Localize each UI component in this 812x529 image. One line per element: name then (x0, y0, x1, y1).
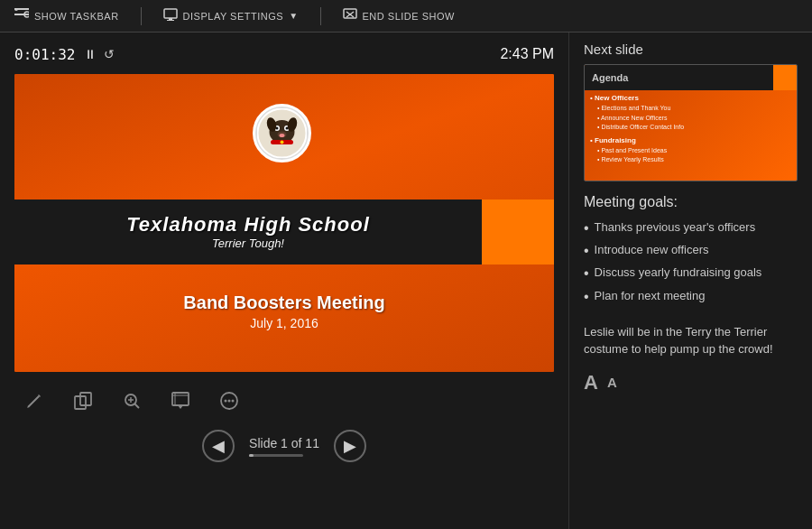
pause-button[interactable]: ⏸ (84, 47, 97, 61)
slide-dark-band: Texlahoma High School Terrier Tough! (14, 200, 482, 265)
thumb-item-5: • Review Yearly Results (597, 155, 791, 165)
bullet-3: • (584, 264, 589, 282)
slide-tools (14, 372, 554, 421)
nav-bar: ◀ Slide 1 of 11 ▶ (14, 421, 554, 473)
slide-bottom-text: Band Boosters Meeting July 1, 2016 (14, 292, 554, 330)
display-settings-label: DISPLAY SETTINGS (183, 11, 284, 22)
timer-left: 0:01:32 ⏸ ↺ (14, 46, 115, 63)
school-name: Texlahoma High School (126, 213, 370, 237)
thumb-section-new-officers: • New Officers (590, 93, 791, 104)
meeting-title: Band Boosters Meeting (14, 292, 554, 313)
thumb-header-text: Agenda (592, 72, 628, 83)
goal-text-4: Plan for next meeting (595, 288, 706, 305)
toolbar: SHOW TASKBAR DISPLAY SETTINGS ▼ END SLID… (0, 0, 812, 32)
right-panel: Next slide Agenda • New Officers • Elect… (568, 32, 812, 529)
display-settings-arrow: ▼ (289, 11, 298, 21)
goal-item-1: • Thanks previous year's officers (584, 219, 798, 237)
pointer-button[interactable] (164, 385, 197, 417)
decrease-font-button[interactable]: A (607, 375, 617, 390)
next-slide-thumbnail[interactable]: Agenda • New Officers • Elections and Th… (584, 64, 798, 181)
thumb-item-4: • Past and Present Ideas (597, 146, 791, 156)
meeting-goals-title: Meeting goals: (584, 194, 798, 210)
thumb-section-fundraising: • Fundraising (590, 135, 791, 146)
svg-line-26 (135, 404, 140, 409)
svg-rect-4 (164, 9, 177, 18)
copy-slides-button[interactable] (67, 385, 99, 417)
end-slide-show-button[interactable]: END SLIDE SHOW (343, 8, 455, 23)
mascot-circle (253, 104, 311, 162)
current-time: 2:43 PM (500, 46, 554, 62)
thumb-item-3: • Distribute Officer Contact Info (597, 123, 791, 133)
bullet-1: • (584, 219, 589, 237)
end-slideshow-icon (343, 8, 357, 23)
reset-button[interactable]: ↺ (104, 47, 115, 61)
goal-text-2: Introduce new officers (595, 242, 709, 259)
elapsed-time: 0:01:32 (14, 46, 75, 63)
thumb-orange-square (773, 65, 797, 90)
timer-controls: ⏸ ↺ (84, 47, 115, 61)
thumb-body: • New Officers • Elections and Thank You… (590, 90, 791, 177)
svg-rect-5 (169, 18, 172, 20)
meeting-date: July 1, 2016 (14, 316, 554, 330)
left-panel: 0:01:32 ⏸ ↺ 2:43 PM (0, 32, 568, 529)
next-slide-label: Next slide (584, 42, 798, 57)
divider-1 (141, 7, 142, 25)
svg-rect-7 (344, 9, 356, 18)
svg-point-17 (280, 134, 285, 137)
svg-point-21 (281, 141, 284, 144)
slide-orange-accent (482, 200, 554, 265)
increase-font-button[interactable]: A (584, 371, 598, 394)
next-slide-button[interactable]: ▶ (334, 430, 366, 462)
goals-list: • Thanks previous year's officers • Intr… (584, 219, 798, 311)
show-taskbar-button[interactable]: SHOW TASKBAR (14, 8, 119, 23)
timer-bar: 0:01:32 ⏸ ↺ 2:43 PM (14, 42, 554, 67)
goal-item-2: • Introduce new officers (584, 242, 798, 259)
zoom-button[interactable] (115, 385, 148, 417)
prev-slide-button[interactable]: ◀ (202, 430, 235, 462)
goal-text-1: Thanks previous year's officers (595, 219, 756, 237)
bullet-4: • (584, 288, 589, 305)
goal-text-3: Discuss yearly fundraising goals (595, 264, 762, 282)
main-content: 0:01:32 ⏸ ↺ 2:43 PM (0, 32, 812, 529)
notes-text: Leslie will be in the Terry the Terrier … (584, 323, 798, 358)
svg-line-22 (28, 396, 39, 407)
font-size-controls: A A (584, 371, 798, 394)
thumb-header: Agenda (585, 65, 797, 90)
slide-tagline: Terrier Tough! (212, 237, 284, 250)
svg-point-34 (228, 400, 231, 403)
svg-rect-1 (14, 14, 29, 15)
pen-tool-button[interactable] (18, 385, 51, 417)
show-taskbar-label: SHOW TASKBAR (34, 11, 119, 22)
slide-progress-fill (249, 454, 254, 457)
svg-rect-6 (167, 20, 174, 21)
thumb-fundraising-items: • Past and Present Ideas • Review Yearly… (590, 146, 791, 165)
slide-container: Texlahoma High School Terrier Tough! Ban… (14, 74, 554, 372)
bullet-2: • (584, 242, 589, 259)
taskbar-icon (14, 8, 29, 23)
svg-point-33 (225, 400, 227, 403)
thumb-new-officers-items: • Elections and Thank You • Announce New… (590, 104, 791, 133)
svg-point-3 (14, 8, 18, 11)
goal-item-4: • Plan for next meeting (584, 288, 798, 305)
divider-2 (320, 7, 321, 25)
slide-mascot (253, 104, 316, 162)
display-settings-button[interactable]: DISPLAY SETTINGS ▼ (163, 8, 299, 23)
slide-inner: Texlahoma High School Terrier Tough! Ban… (14, 74, 554, 372)
end-slide-show-label: END SLIDE SHOW (363, 11, 455, 22)
thumb-item-2: • Announce New Officers (597, 114, 791, 124)
thumb-item-1: • Elections and Thank You (597, 104, 791, 114)
slide-progress-bar (249, 454, 303, 457)
goal-item-3: • Discuss yearly fundraising goals (584, 264, 798, 282)
slide-indicator: Slide 1 of 11 (249, 436, 319, 450)
more-options-button[interactable] (213, 385, 245, 417)
slide-indicator-container: Slide 1 of 11 (249, 436, 319, 457)
display-settings-icon (163, 8, 178, 23)
svg-point-35 (232, 400, 235, 403)
